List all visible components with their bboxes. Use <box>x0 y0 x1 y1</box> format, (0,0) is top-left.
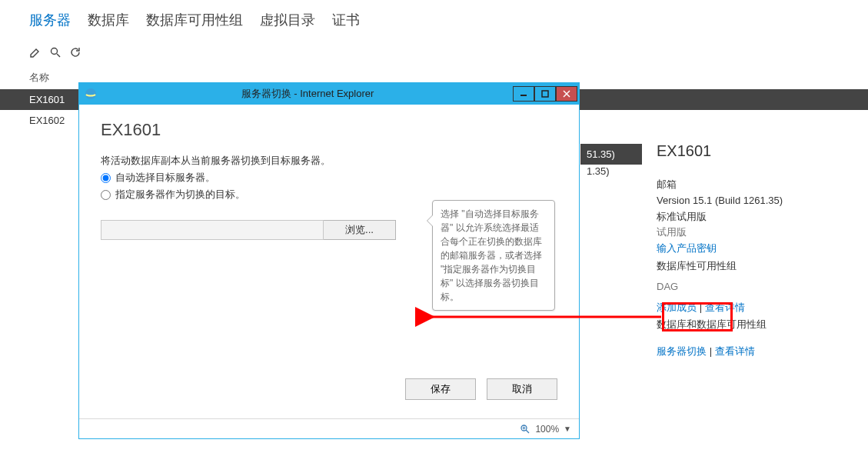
close-button[interactable] <box>556 86 577 102</box>
details-trial: 试用版 <box>657 225 845 241</box>
tab-dag[interactable]: 数据库可用性组 <box>146 11 243 29</box>
target-server-input <box>101 220 324 240</box>
details-pane: EX1601 邮箱 Version 15.1 (Build 1261.35) 标… <box>657 138 845 360</box>
minimize-button[interactable] <box>513 86 534 102</box>
radio-auto[interactable]: 自动选择目标服务器。 <box>101 171 557 185</box>
view-details-link-2[interactable]: 查看详情 <box>715 345 755 357</box>
nav-tabs: 服务器 数据库 数据库可用性组 虚拟目录 证书 <box>0 0 868 42</box>
switchover-dialog: 服务器切换 - Internet Explorer EX1601 将活动数据库副… <box>78 82 580 439</box>
details-dag-heading: 数据库性可用性组 <box>657 258 845 275</box>
browse-button[interactable]: 浏览... <box>324 220 396 240</box>
zoom-level[interactable]: 100% <box>535 424 559 435</box>
tab-vdirs[interactable]: 虚拟目录 <box>260 11 315 29</box>
save-button[interactable]: 保存 <box>405 378 476 400</box>
radio-specify-label: 指定服务器作为切换的目标。 <box>115 188 245 202</box>
maximize-button[interactable] <box>534 86 556 102</box>
dialog-heading: EX1601 <box>101 120 557 140</box>
enter-product-key-link[interactable]: 输入产品密钥 <box>657 242 717 254</box>
view-details-link[interactable]: 查看详情 <box>705 301 745 313</box>
details-version: Version 15.1 (Build 1261.35) <box>657 193 845 209</box>
details-title: EX1601 <box>657 138 845 163</box>
ie-icon <box>84 87 98 101</box>
tab-certs[interactable]: 证书 <box>332 11 360 29</box>
radio-auto-label: 自动选择目标服务器。 <box>115 171 215 185</box>
svg-point-0 <box>52 48 58 55</box>
dialog-title: 服务器切换 - Internet Explorer <box>102 87 513 101</box>
zoom-icon[interactable] <box>520 424 530 435</box>
svg-rect-4 <box>542 91 548 97</box>
tab-servers[interactable]: 服务器 <box>29 11 71 29</box>
svg-line-1 <box>57 54 60 57</box>
svg-point-2 <box>85 88 96 99</box>
radio-specify-input[interactable] <box>101 190 111 200</box>
dialog-intro: 将活动数据库副本从当前服务器切换到目标服务器。 <box>101 154 557 168</box>
cancel-button[interactable]: 取消 <box>487 378 557 400</box>
search-icon[interactable] <box>49 46 62 58</box>
status-bar: 100% ▼ <box>79 418 579 438</box>
edit-icon[interactable] <box>29 46 42 58</box>
details-mailbox: 邮箱 <box>657 177 845 193</box>
server-switchover-link[interactable]: 服务器切换 <box>657 345 707 357</box>
row-extra: 1.35) <box>580 161 642 182</box>
tab-databases[interactable]: 数据库 <box>88 11 129 29</box>
refresh-icon[interactable] <box>69 46 81 58</box>
details-edition: 标准试用版 <box>657 209 845 225</box>
add-member-link[interactable]: 添加成员 <box>657 301 697 313</box>
zoom-chevron-icon[interactable]: ▼ <box>564 425 571 433</box>
details-dag-name: DAG <box>657 279 845 295</box>
help-callout: 选择 "自动选择目标服务器" 以允许系统选择最适合每个正在切换的数据库的邮箱服务… <box>432 200 555 311</box>
svg-line-8 <box>526 430 529 433</box>
dialog-titlebar[interactable]: 服务器切换 - Internet Explorer <box>79 83 579 105</box>
details-db-dag: 数据库和数据库可用性组 <box>657 317 845 333</box>
radio-auto-input[interactable] <box>101 173 111 183</box>
toolbar <box>0 42 868 63</box>
